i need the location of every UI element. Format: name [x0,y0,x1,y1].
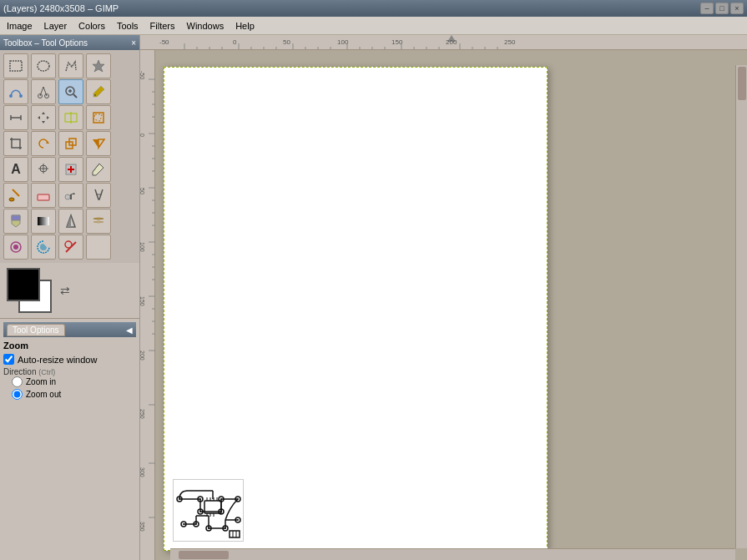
scissors-select-tool[interactable] [31,79,56,104]
circuit-thumbnail [173,479,244,542]
measure-tool[interactable] [3,105,28,130]
vertical-scrollbar[interactable] [735,65,747,548]
menu-windows[interactable]: Windows [182,19,230,33]
paintbrush-tool[interactable] [3,183,28,208]
bucket-fill-tool[interactable] [3,209,28,234]
dodge-burn-tool[interactable] [58,209,83,234]
svg-point-4 [19,94,23,98]
svg-text:200: 200 [140,351,145,361]
rect-select-tool[interactable] [3,53,28,78]
pencil-tool[interactable] [86,157,111,182]
text-tool[interactable]: A [3,157,28,182]
svg-rect-36 [38,194,49,200]
paths-tool[interactable] [3,79,28,104]
ruler-top: -50 0 50 100 150 [140,35,747,50]
blend-tool[interactable] [31,209,56,234]
svg-rect-39 [38,217,49,225]
main-layout: Toolbox – Tool Options × [0,35,747,560]
zoom-out-radio[interactable] [12,389,23,400]
direction-row: Direction (Ctrl) [3,367,136,376]
airbrush-tool[interactable] [58,183,83,208]
tool-options-title-bar: Tool Options ◀ [3,322,136,337]
scale-tool[interactable] [58,131,83,156]
crop-tool[interactable] [3,131,28,156]
align-tool[interactable] [58,105,83,130]
ellipse-select-tool[interactable] [31,53,56,78]
tool-options-collapse-icon[interactable]: ◀ [126,325,133,335]
toolbox-panel: Toolbox – Tool Options × [0,35,140,560]
vertical-scroll-thumb[interactable] [738,67,746,100]
zoom-tool-btn[interactable] [58,79,83,104]
svg-text:250: 250 [504,38,516,46]
clone-tool[interactable] [31,157,56,182]
zoom-label: Zoom [3,341,136,351]
tool-options-tab[interactable]: Tool Options [7,324,65,336]
heal-tool[interactable] [58,157,83,182]
ink-tool[interactable] [86,183,111,208]
svg-point-127 [199,498,201,500]
smudge-tool[interactable] [86,209,111,234]
rotate-tool[interactable] [31,131,56,156]
tool-options-section: Tool Options ◀ Zoom Auto-resize window D… [0,318,139,408]
svg-point-1 [38,61,49,71]
swap-colors-icon[interactable]: ⇄ [60,284,70,297]
svg-text:350: 350 [140,522,145,532]
maximize-button[interactable]: □ [715,3,729,14]
svg-point-35 [9,198,14,201]
auto-resize-checkbox[interactable] [3,354,14,365]
transform-tool[interactable] [86,105,111,130]
svg-text:0: 0 [233,38,237,46]
free-select-tool[interactable] [58,53,83,78]
canvas-viewport[interactable]: ktips.info [155,50,747,560]
convolve-tool[interactable] [3,235,28,260]
color-picker-tool[interactable] [86,79,111,104]
flip-tool[interactable] [86,131,111,156]
zoom-radio-group: Zoom in Zoom out [3,376,136,400]
auto-resize-label: Auto-resize window [18,355,97,365]
svg-text:200: 200 [446,38,457,46]
menu-colors[interactable]: Colors [73,19,110,33]
svg-marker-20 [93,114,102,121]
toolbox-title-bar: Toolbox – Tool Options × [0,35,139,50]
zoom-out-row: Zoom out [12,389,136,400]
canvas-document[interactable]: ktips.info [164,67,548,551]
svg-marker-2 [93,60,104,72]
color-section: ⇄ [0,263,139,318]
zoom-in-radio[interactable] [12,376,23,387]
menu-image[interactable]: Image [2,19,38,33]
foreground-color-swatch[interactable] [7,268,40,301]
horizontal-scrollbar[interactable] [170,548,735,560]
title-bar-buttons: – □ × [700,3,744,14]
svg-point-137 [183,523,184,525]
svg-text:100: 100 [140,242,145,252]
svg-point-139 [195,523,197,525]
title-bar: (Layers) 2480x3508 – GIMP – □ × [0,0,747,17]
svg-text:300: 300 [140,467,145,477]
svg-point-145 [237,519,239,521]
ruler-left: -50 0 50 100 150 [140,50,155,560]
menu-layer[interactable]: Layer [39,19,73,33]
color-replace-tool[interactable] [58,235,83,260]
close-button[interactable]: × [730,3,744,14]
menu-tools[interactable]: Tools [112,19,144,33]
fuzzy-select-tool[interactable] [86,53,111,78]
menu-help[interactable]: Help [230,19,260,33]
color-wrapper [7,268,55,313]
toolbox-close-icon[interactable]: × [131,38,136,48]
horizontal-scroll-thumb[interactable] [179,551,229,559]
svg-line-34 [13,189,19,196]
toolbox-title-text: Toolbox – Tool Options [3,38,88,48]
zoom-out-label: Zoom out [26,390,61,399]
minimize-button[interactable]: – [700,3,714,14]
eraser-tool[interactable] [31,183,56,208]
move-tool[interactable] [31,105,56,130]
title-bar-text: (Layers) 2480x3508 – GIMP [3,3,700,13]
svg-point-37 [65,194,70,199]
menu-filters[interactable]: Filters [145,19,180,33]
zoom-option-section: Zoom Auto-resize window Direction (Ctrl)… [3,341,136,400]
canvas-inner: ktips.info [164,67,548,551]
zoom-in-row: Zoom in [12,376,136,387]
foreground-select-tool[interactable] [31,235,56,260]
svg-point-3 [9,94,13,98]
svg-point-129 [220,498,222,500]
